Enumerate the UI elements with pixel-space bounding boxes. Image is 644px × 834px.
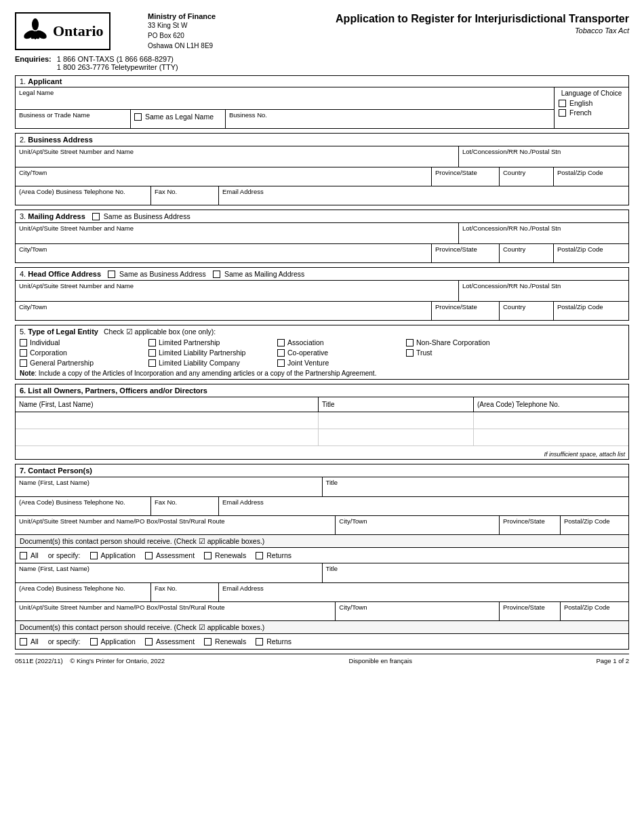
app-title: Application to Register for Interjurisdi… xyxy=(286,12,629,26)
contact1-all: All xyxy=(20,551,39,559)
applicant-grid: Legal Name Business or Trade Name Same a… xyxy=(16,87,628,128)
entity-corporation: Corporation xyxy=(20,349,128,357)
english-option: English xyxy=(559,99,624,107)
association-checkbox[interactable] xyxy=(277,339,285,346)
contact2-renewals: Renewals xyxy=(204,637,246,646)
contact1-email: Email Address xyxy=(219,497,628,515)
contact1-docs-checkboxes: All or specify: Application Assessment R… xyxy=(16,547,628,563)
llp-checkbox[interactable] xyxy=(148,349,156,357)
ministry-addr2: PO Box 620 xyxy=(148,31,273,41)
section-business-title: 2. Business Address xyxy=(16,134,628,146)
contact1-assessment-checkbox[interactable] xyxy=(145,552,153,559)
officers-title-2 xyxy=(319,429,474,445)
contact2-assessment: Assessment xyxy=(145,637,195,646)
contact1-postal: Postal/Zip Code xyxy=(561,516,628,534)
contact2-address: Unit/Apt/Suite Street Number and Name/PO… xyxy=(16,602,336,620)
same-as-legal-checkbox[interactable] xyxy=(134,113,142,121)
contact2-title: Title xyxy=(323,563,629,582)
officers-row-2 xyxy=(16,429,628,446)
business-addr-row3: (Area Code) Business Telephone No. Fax N… xyxy=(16,186,628,205)
mailing-addr-row1: Unit/Apt/Suite Street Number and Name Lo… xyxy=(16,223,628,243)
fax-field: Fax No. xyxy=(151,186,219,205)
contact2-renewals-checkbox[interactable] xyxy=(204,638,212,646)
section-mailing-title: 3. Mailing Address Same as Business Addr… xyxy=(16,210,628,223)
same-as-business-checkbox[interactable] xyxy=(92,213,100,220)
head-province-field: Province/State xyxy=(432,302,500,320)
language-box: Language of Choice English French xyxy=(554,87,628,128)
lot-field: Lot/Concession/RR No./Postal Stn xyxy=(459,146,628,167)
llc-checkbox[interactable] xyxy=(148,359,156,367)
contact2-all-checkbox[interactable] xyxy=(20,638,27,646)
contact1-application-checkbox[interactable] xyxy=(90,552,98,559)
contact2-assessment-checkbox[interactable] xyxy=(145,638,153,646)
business-no-field: Business No. xyxy=(226,110,554,128)
entity-limited-partnership: Limited Partnership xyxy=(148,338,257,346)
mailing-postal-field: Postal/Zip Code xyxy=(554,244,628,262)
contact1-application: Application xyxy=(90,551,136,559)
business-trade-name-field: Business or Trade Name xyxy=(16,110,131,128)
contact1-renewals: Renewals xyxy=(204,551,246,559)
joint-venture-checkbox[interactable] xyxy=(277,359,285,367)
french-checkbox[interactable] xyxy=(559,109,566,117)
corporation-checkbox[interactable] xyxy=(20,349,27,357)
contact1-title: Title xyxy=(323,477,629,496)
trust-checkbox[interactable] xyxy=(406,349,414,357)
enquiries-info: 1 866 ONT-TAXS (1 866 668-8297) 1 800 26… xyxy=(57,55,178,71)
officers-title-col: Title xyxy=(319,397,474,412)
contact2-postal: Postal/Zip Code xyxy=(561,602,628,620)
entity-row-1: Individual Limited Partnership Associati… xyxy=(20,338,624,346)
entity-llc: Limited Liability Company xyxy=(148,359,257,367)
entity-association: Association xyxy=(277,338,386,346)
contact2-phone-row: (Area Code) Business Telephone No. Fax N… xyxy=(16,582,628,601)
cooperative-checkbox[interactable] xyxy=(277,349,285,357)
head-same-business-checkbox[interactable] xyxy=(108,271,115,278)
entity-individual: Individual xyxy=(20,338,128,346)
contact1-renewals-checkbox[interactable] xyxy=(204,552,212,559)
mailing-city-field: City/Town xyxy=(16,244,432,262)
entity-row-3: General Partnership Limited Liability Co… xyxy=(20,359,624,367)
contact1-phone-row: (Area Code) Business Telephone No. Fax N… xyxy=(16,496,628,515)
contact1-city: City/Town xyxy=(336,516,500,534)
contact-person-1: Name (First, Last Name) Title (Area Code… xyxy=(16,477,628,563)
officers-columns: Name (First, Last Name) Title (Area Code… xyxy=(16,397,628,412)
insufficient-note: If insufficient space, attach list xyxy=(16,450,628,459)
contact2-name-row: Name (First, Last Name) Title xyxy=(16,563,628,582)
contact2-email: Email Address xyxy=(219,583,628,601)
contact2-province: Province/State xyxy=(500,602,561,620)
non-share-checkbox[interactable] xyxy=(406,339,414,346)
mailing-country-field: Country xyxy=(500,244,554,262)
officers-name-col: Name (First, Last Name) xyxy=(16,397,319,412)
contact2-docs-label: Document(s) this contact person should r… xyxy=(16,620,628,633)
entity-row-2: Corporation Limited Liability Partnershi… xyxy=(20,349,624,357)
contact1-returns: Returns xyxy=(256,551,291,559)
business-addr-row1: Unit/Apt/Suite Street Number and Name Lo… xyxy=(16,146,628,167)
contact1-all-checkbox[interactable] xyxy=(20,552,27,559)
english-checkbox[interactable] xyxy=(559,100,566,107)
contact2-fax: Fax No. xyxy=(151,583,219,601)
section-mailing-address: 3. Mailing Address Same as Business Addr… xyxy=(15,210,629,263)
section-head-office: 4. Head Office Address Same as Business … xyxy=(15,267,629,321)
head-same-mailing-checkbox[interactable] xyxy=(213,271,220,278)
contact1-name-row: Name (First, Last Name) Title xyxy=(16,477,628,496)
entity-options: Individual Limited Partnership Associati… xyxy=(20,338,624,367)
french-option: French xyxy=(559,108,624,117)
individual-checkbox[interactable] xyxy=(20,339,27,346)
contact2-returns-checkbox[interactable] xyxy=(256,638,263,646)
entity-trust: Trust xyxy=(406,349,515,357)
page-footer: 0511E (2022/11) © King's Printer for Ont… xyxy=(15,654,629,664)
entity-joint-venture: Joint Venture xyxy=(277,359,386,367)
officers-data xyxy=(16,412,628,450)
section-officers: 6. List all Owners, Partners, Officers a… xyxy=(15,384,629,460)
officers-name-1 xyxy=(16,412,319,429)
contact2-application-checkbox[interactable] xyxy=(90,638,98,646)
mailing-lot-field: Lot/Concession/RR No./Postal Stn xyxy=(459,223,628,243)
contact1-addr-row: Unit/Apt/Suite Street Number and Name/PO… xyxy=(16,515,628,534)
country-field: Country xyxy=(500,167,554,186)
general-partnership-checkbox[interactable] xyxy=(20,359,27,367)
contact2-city: City/Town xyxy=(336,602,500,620)
limited-partnership-checkbox[interactable] xyxy=(148,339,156,346)
contact1-phone: (Area Code) Business Telephone No. xyxy=(16,497,151,515)
section-applicant-title: 1. Applicant xyxy=(16,76,628,87)
contact1-returns-checkbox[interactable] xyxy=(256,552,263,559)
head-country-field: Country xyxy=(500,302,554,320)
